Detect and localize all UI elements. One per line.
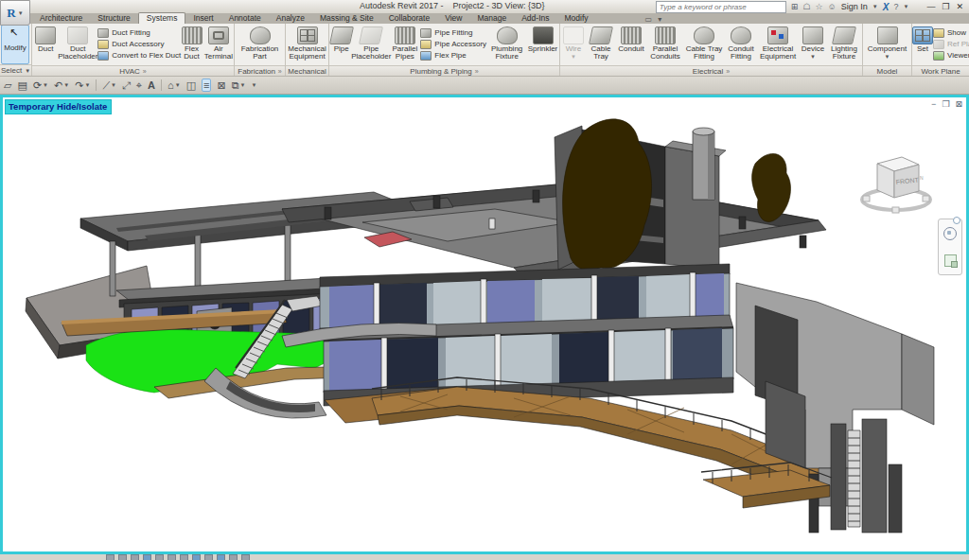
- tab-massing-site[interactable]: Massing & Site: [312, 13, 381, 24]
- flex-pipe-button[interactable]: Flex Pipe: [420, 50, 486, 61]
- tab-modify[interactable]: Modify: [556, 13, 595, 24]
- view-close-button[interactable]: ⊠: [955, 99, 962, 109]
- component-button[interactable]: Component ▼: [866, 25, 909, 65]
- aligned-dimension-button[interactable]: ⤢: [122, 79, 131, 91]
- unlock-view-icon[interactable]: [204, 554, 213, 560]
- close-hidden-windows-button[interactable]: ⊠: [217, 79, 225, 91]
- thin-lines-button[interactable]: ≡: [202, 79, 211, 92]
- exchange-apps-icon[interactable]: ⊞: [791, 2, 799, 11]
- sign-in-caret-icon[interactable]: ▼: [872, 4, 878, 9]
- tab-architecture[interactable]: Architecture: [32, 13, 90, 24]
- duct-placeholder-button[interactable]: Duct Placeholder: [59, 25, 97, 65]
- sign-in-person-icon[interactable]: ☺: [828, 2, 837, 11]
- panel-label-select[interactable]: Select▼: [0, 64, 31, 76]
- mechanical-equipment-button[interactable]: Mechanical Equipment: [287, 25, 327, 65]
- fabrication-part-button[interactable]: Fabrication Part: [238, 25, 283, 65]
- text-button[interactable]: A: [148, 79, 155, 91]
- view-minimize-button[interactable]: −: [931, 99, 936, 109]
- tab-insert[interactable]: Insert: [185, 13, 220, 24]
- duct-accessory-button[interactable]: Duct Accessory: [97, 39, 179, 49]
- panel-label-work-plane[interactable]: Work Plane: [912, 65, 969, 76]
- duct-fitting-button[interactable]: Duct Fitting: [97, 27, 179, 38]
- device-button[interactable]: Device ▼: [799, 25, 827, 65]
- tab-manage[interactable]: Manage: [469, 13, 514, 24]
- parallel-conduits-button[interactable]: Parallel Conduits: [647, 25, 683, 65]
- tag-by-category-button[interactable]: ⌖: [136, 79, 142, 91]
- window-minimize-button[interactable]: —: [926, 2, 935, 11]
- open-button[interactable]: ▱: [4, 79, 11, 91]
- window-restore-button[interactable]: ❐: [942, 2, 949, 11]
- navbar-customize-icon[interactable]: [953, 217, 960, 224]
- customize-qat-button[interactable]: ▼: [251, 79, 256, 91]
- sun-path-icon[interactable]: [143, 554, 151, 560]
- rendering-icon[interactable]: [167, 554, 176, 560]
- view-restore-button[interactable]: ❒: [942, 99, 949, 109]
- parallel-pipes-button[interactable]: Parallel Pipes: [390, 25, 419, 65]
- zoom-region-icon[interactable]: [944, 254, 957, 267]
- pipe-accessory-button[interactable]: Pipe Accessory: [420, 39, 486, 49]
- scale-icon[interactable]: [106, 554, 115, 560]
- undo-button[interactable]: ↶▼: [54, 79, 69, 91]
- lighting-fixture-button[interactable]: Lighting Fixture: [828, 25, 860, 65]
- panel-label-mechanical[interactable]: Mechanical: [286, 65, 328, 76]
- work-plane-viewer-button[interactable]: Viewer: [933, 50, 967, 61]
- save-button[interactable]: ▤: [17, 79, 26, 91]
- autodesk-360-icon[interactable]: X: [883, 2, 890, 12]
- subscription-icon[interactable]: ☖: [802, 2, 810, 11]
- panel-label-fabrication[interactable]: Fabrication»: [235, 65, 285, 76]
- tab-annotate[interactable]: Annotate: [221, 13, 269, 24]
- pipe-button[interactable]: Pipe: [330, 25, 352, 65]
- temporary-hide-isolate-icon[interactable]: [217, 554, 225, 560]
- shadows-icon[interactable]: [155, 554, 164, 560]
- ribbon-display-toggle-icon[interactable]: ▭ ▾: [645, 15, 664, 24]
- temporary-hide-isolate-banner[interactable]: Temporary Hide/Isolate: [5, 99, 112, 114]
- crop-view-icon[interactable]: [180, 554, 188, 560]
- cable-tray-fitting-button[interactable]: Cable Tray Fitting: [684, 25, 724, 65]
- air-terminal-button[interactable]: Air Terminal: [204, 25, 233, 65]
- search-input[interactable]: [656, 1, 786, 13]
- panel-label-plumbing-piping[interactable]: Plumbing & Piping»: [329, 65, 559, 76]
- help-caret-icon[interactable]: ▼: [903, 4, 908, 9]
- panel-label-hvac[interactable]: HVAC»: [32, 65, 234, 76]
- section-button[interactable]: ◫: [186, 79, 196, 91]
- convert-to-flex-duct-button[interactable]: Convert to Flex Duct: [97, 50, 179, 61]
- help-icon[interactable]: ?: [893, 2, 898, 11]
- show-crop-region-icon[interactable]: [192, 554, 201, 560]
- model-canvas[interactable]: Temporary Hide/Isolate − ❒ ⊠ FRONT N: [3, 97, 966, 551]
- panel-label-model[interactable]: Model: [863, 65, 911, 76]
- detail-level-icon[interactable]: [118, 554, 127, 560]
- sprinkler-button[interactable]: Sprinkler: [527, 25, 558, 65]
- cable-tray-button[interactable]: Cable Tray: [587, 25, 615, 65]
- electrical-equipment-button[interactable]: Electrical Equipment: [758, 25, 798, 65]
- ref-plane-button[interactable]: Ref Plane: [933, 39, 967, 49]
- tab-analyze[interactable]: Analyze: [269, 13, 312, 24]
- application-menu-button[interactable]: R ▼: [0, 0, 30, 26]
- duct-button[interactable]: Duct: [33, 25, 58, 65]
- sync-with-central-button[interactable]: ⟳▼: [33, 79, 48, 91]
- steering-wheel-icon[interactable]: [943, 227, 957, 240]
- visual-style-icon[interactable]: [131, 554, 139, 560]
- sign-in-button[interactable]: Sign In: [841, 2, 868, 11]
- tab-collaborate[interactable]: Collaborate: [381, 13, 437, 24]
- flex-duct-button[interactable]: Flex Duct: [180, 25, 203, 65]
- reveal-hidden-elements-icon[interactable]: [229, 554, 238, 560]
- panel-label-electrical[interactable]: Electrical»: [560, 65, 862, 76]
- tab-systems[interactable]: Systems: [138, 12, 186, 24]
- modify-button[interactable]: Modify: [1, 25, 29, 64]
- tab-view[interactable]: View: [437, 13, 469, 24]
- set-work-plane-button[interactable]: Set: [913, 25, 932, 65]
- switch-windows-button[interactable]: ⧉▼: [232, 79, 246, 91]
- pipe-placeholder-button[interactable]: Pipe Placeholder: [353, 25, 389, 65]
- viewcube[interactable]: FRONT N: [854, 147, 940, 220]
- window-close-button[interactable]: ✕: [956, 2, 963, 11]
- measure-button[interactable]: ⟋▼: [102, 79, 116, 91]
- favorites-star-icon[interactable]: ☆: [815, 2, 822, 11]
- default-3d-view-button[interactable]: ⌂▼: [167, 79, 181, 91]
- analytical-model-icon[interactable]: [241, 554, 250, 560]
- show-work-plane-button[interactable]: Show: [933, 27, 967, 38]
- plumbing-fixture-button[interactable]: Plumbing Fixture: [487, 25, 526, 65]
- redo-button[interactable]: ↷▼: [75, 79, 90, 91]
- wire-button[interactable]: Wire ▼: [561, 25, 586, 65]
- conduit-fitting-button[interactable]: Conduit Fitting: [725, 25, 757, 65]
- pipe-fitting-button[interactable]: Pipe Fitting: [420, 27, 486, 38]
